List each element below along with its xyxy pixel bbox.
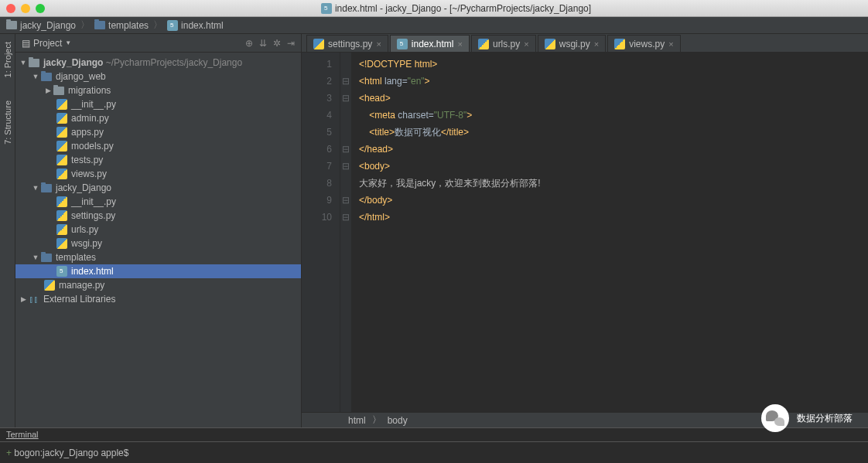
python-file-icon [56, 210, 67, 221]
breadcrumb-tag[interactable]: html [348, 415, 366, 426]
wechat-icon [761, 404, 789, 432]
tree-folder[interactable]: ▼templates [15, 250, 301, 264]
python-file-icon [56, 196, 67, 207]
close-tab-icon[interactable]: × [594, 39, 599, 49]
line-number-gutter: 12345678910 [302, 53, 340, 412]
project-tree: ▼jacky_Django ~/PycharmProjects/jacky_Dj… [15, 53, 301, 427]
folder-icon [6, 21, 17, 29]
breadcrumb-separator: 〉 [372, 414, 381, 427]
python-file-icon [56, 99, 67, 110]
tree-file[interactable]: settings.py [15, 209, 301, 223]
python-file-icon [56, 141, 67, 151]
tree-folder[interactable]: ▼jacky_Django [15, 181, 301, 195]
terminal-tab[interactable]: Terminal [0, 428, 868, 442]
titlebar: index.html - jacky_Django - [~/PycharmPr… [0, 0, 868, 17]
window-title: index.html - jacky_Django - [~/PycharmPr… [50, 3, 862, 14]
editor-tab[interactable]: wsgi.py× [538, 35, 606, 52]
python-file-icon [56, 113, 67, 124]
editor-tab[interactable]: urls.py× [471, 35, 536, 52]
settings-icon[interactable]: ✲ [273, 38, 281, 49]
html-file-icon [397, 39, 408, 49]
sidebar-title[interactable]: Project [33, 38, 62, 49]
zoom-window-button[interactable] [36, 4, 45, 13]
tree-file[interactable]: tests.py [15, 153, 301, 167]
tree-file[interactable]: manage.py [15, 278, 301, 292]
dropdown-icon[interactable]: ▼ [65, 39, 71, 46]
editor-pane: settings.py× index.html× urls.py× wsgi.p… [302, 34, 868, 427]
close-tab-icon[interactable]: × [458, 39, 463, 49]
tree-file[interactable]: urls.py [15, 223, 301, 237]
tree-root[interactable]: ▼jacky_Django ~/PycharmProjects/jacky_Dj… [15, 56, 301, 70]
editor-tab[interactable]: settings.py× [306, 35, 388, 52]
sidebar-header: ▤ Project ▼ ⊕ ⇊ ✲ ⇥ [15, 34, 301, 53]
tree-folder[interactable]: ▶migrations [15, 83, 301, 97]
close-window-button[interactable] [6, 4, 15, 13]
tree-file-selected[interactable]: index.html [15, 264, 301, 278]
close-tab-icon[interactable]: × [668, 39, 673, 49]
project-view-icon: ▤ [22, 38, 30, 49]
tree-file[interactable]: apps.py [15, 125, 301, 139]
python-file-icon [614, 39, 625, 49]
code-content[interactable]: <!DOCTYPE html> <html lang="en"> <head> … [351, 53, 868, 412]
python-file-icon [313, 39, 324, 49]
tree-file[interactable]: __init__.py [15, 195, 301, 209]
folder-icon [94, 21, 105, 29]
tree-file[interactable]: wsgi.py [15, 237, 301, 250]
breadcrumb-separator: 〉 [80, 19, 90, 32]
watermark: 数据分析部落 [761, 404, 853, 432]
folder-icon [53, 87, 64, 95]
library-icon: ⫿⫿ [28, 293, 40, 305]
tree-file[interactable]: __init__.py [15, 97, 301, 111]
breadcrumb-item[interactable]: jacky_Django [6, 20, 76, 31]
editor-tab-active[interactable]: index.html× [390, 35, 470, 52]
project-sidebar: ▤ Project ▼ ⊕ ⇊ ✲ ⇥ ▼jacky_Django ~/Pych… [15, 34, 302, 427]
tool-window-bar: 1: Project 7: Structure [0, 34, 15, 427]
tree-file[interactable]: admin.py [15, 111, 301, 125]
breadcrumb-item[interactable]: index.html [167, 20, 224, 31]
folder-icon [41, 254, 52, 262]
breadcrumb-tag[interactable]: body [388, 415, 408, 426]
breadcrumb-separator: 〉 [153, 19, 162, 32]
python-file-icon [56, 169, 67, 179]
terminal-panel: Terminal + bogon:jacky_Django apple$ [0, 427, 868, 463]
tree-external-libraries[interactable]: ▶⫿⫿External Libraries [15, 292, 301, 306]
tree-file[interactable]: views.py [15, 167, 301, 181]
tree-file[interactable]: models.py [15, 139, 301, 153]
scroll-from-source-icon[interactable]: ⊕ [245, 38, 253, 49]
python-file-icon [56, 238, 67, 249]
hide-icon[interactable]: ⇥ [287, 38, 295, 49]
html-file-icon [167, 20, 178, 31]
folder-icon [41, 184, 52, 192]
fold-gutter[interactable]: ⊟⊟⊟⊟⊟⊟ [340, 53, 351, 412]
structure-tool-tab[interactable]: 7: Structure [3, 100, 12, 145]
folder-icon [41, 73, 52, 81]
close-tab-icon[interactable]: × [524, 39, 528, 49]
python-file-icon [56, 155, 67, 165]
python-file-icon [44, 280, 55, 291]
close-tab-icon[interactable]: × [376, 39, 381, 49]
minimize-window-button[interactable] [21, 4, 30, 13]
python-file-icon [56, 224, 67, 235]
python-file-icon [545, 39, 555, 49]
code-editor[interactable]: 12345678910 ⊟⊟⊟⊟⊟⊟ <!DOCTYPE html> <html… [302, 53, 868, 412]
terminal-prompt[interactable]: + bogon:jacky_Django apple$ [0, 442, 868, 462]
folder-icon [29, 59, 39, 67]
python-file-icon [56, 127, 67, 138]
python-file-icon [478, 39, 489, 49]
editor-tabs: settings.py× index.html× urls.py× wsgi.p… [302, 34, 868, 53]
tree-folder[interactable]: ▼django_web [15, 70, 301, 83]
collapse-all-icon[interactable]: ⇊ [259, 38, 267, 49]
html-file-icon [56, 266, 67, 277]
project-tool-tab[interactable]: 1: Project [3, 42, 12, 77]
breadcrumb-item[interactable]: templates [94, 20, 149, 31]
navigation-breadcrumb: jacky_Django 〉 templates 〉 index.html [0, 17, 868, 34]
html-file-icon [321, 3, 332, 14]
editor-tab[interactable]: views.py× [607, 35, 680, 52]
